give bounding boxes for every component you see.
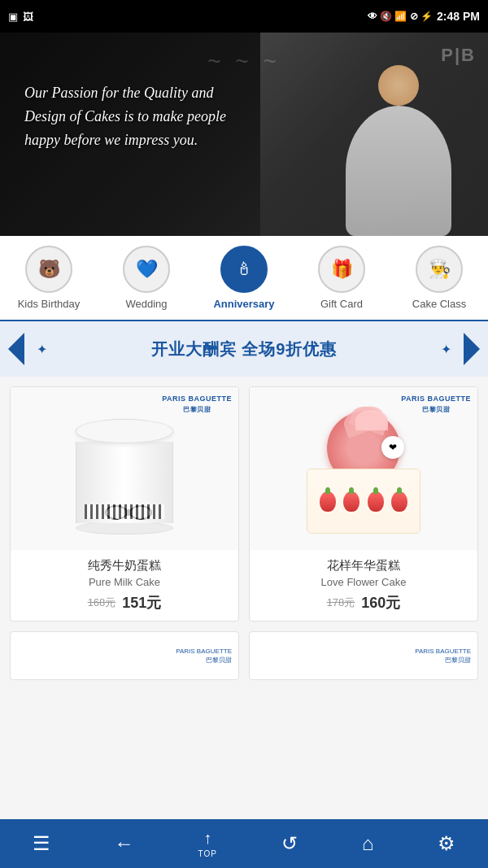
promo-deco-right: ✦ — [441, 342, 451, 357]
kids-birthday-label: Kids Birthday — [18, 298, 81, 310]
cake-class-label: Cake Class — [412, 298, 466, 310]
product-name-en-love-flower: Love Flower Cake — [258, 576, 469, 588]
price-original-love-flower: 178元 — [327, 595, 355, 610]
product-card-partial-2: PARIS BAGUETTE巴黎贝甜 — [249, 631, 478, 680]
hero-decoration: ~ ~ ~ — [207, 49, 281, 75]
promo-arrow-left — [8, 333, 24, 365]
cake-class-icon: 👨‍🍳 — [416, 246, 463, 293]
category-navigation: 🐻 Kids Birthday 💙 Wedding 🕯 Anniversary … — [0, 236, 488, 321]
top-label: TOP — [198, 849, 217, 858]
paris-logo-1: PARIS BAGUETTE巴黎贝甜 — [162, 394, 232, 414]
bottom-navigation: ☰ ← ↑ TOP ↺ ⌂ ⚙ — [0, 819, 488, 868]
wedding-icon: 💙 — [123, 246, 170, 293]
status-extra-icons: 👁 🔇 📶 ⊘ ⚡ — [368, 11, 433, 22]
refresh-icon: ↺ — [281, 832, 298, 855]
product-image-pure-milk: PARIS BAGUETTE巴黎贝甜 — [11, 387, 238, 550]
price-sale-love-flower: 160元 — [361, 593, 400, 613]
product-name-en-pure-milk: Pure Milk Cake — [19, 576, 230, 588]
product-name-cn-love-flower: 花样年华蛋糕 — [258, 558, 469, 574]
back-button[interactable]: ← — [115, 832, 134, 855]
kids-birthday-icon: 🐻 — [25, 246, 72, 293]
sidebar-item-wedding[interactable]: 💙 Wedding — [106, 246, 187, 310]
status-left-icons: ▣ 🖼 — [8, 11, 33, 23]
status-right: 👁 🔇 📶 ⊘ ⚡ 2:48 PM — [368, 10, 480, 23]
gift-card-icon: 🎁 — [318, 246, 365, 293]
sidebar-item-gift-card[interactable]: 🎁 Gift Card — [301, 246, 382, 310]
product-image-love-flower: PARIS BAGUETTE巴黎贝甜 ❤ — [250, 387, 477, 550]
hero-banner: P|B Our Passion for the Quality and Desi… — [0, 33, 488, 236]
back-icon: ← — [115, 832, 134, 855]
anniversary-label: Anniversary — [213, 298, 274, 310]
hero-quote: Our Passion for the Quality and Design o… — [24, 81, 252, 151]
promo-deco-left: ✦ — [37, 342, 47, 357]
app-icon-2: 🖼 — [23, 11, 33, 23]
app-icon-1: ▣ — [8, 11, 18, 23]
status-bar: ▣ 🖼 👁 🔇 📶 ⊘ ⚡ 2:48 PM — [0, 0, 488, 33]
price-sale-pure-milk: 151元 — [122, 593, 161, 613]
price-original-pure-milk: 168元 — [88, 595, 116, 610]
wedding-label: Wedding — [125, 298, 167, 310]
promo-banner: ✦ 开业大酬宾 全场9折优惠 ✦ — [0, 321, 488, 377]
product-price-love-flower: 178元 160元 — [258, 593, 469, 613]
sidebar-item-anniversary[interactable]: 🕯 Anniversary — [203, 246, 285, 310]
top-button[interactable]: ↑ TOP — [198, 829, 217, 858]
promo-arrow-right — [464, 333, 480, 365]
home-icon: ⌂ — [362, 832, 374, 855]
product-card-love-flower[interactable]: PARIS BAGUETTE巴黎贝甜 ❤ — [249, 386, 478, 622]
product-info-pure-milk: 纯秀牛奶蛋糕 Pure Milk Cake 168元 151元 — [11, 550, 238, 621]
product-price-pure-milk: 168元 151元 — [19, 593, 230, 613]
product-card-partial-1: PARIS BAGUETTE巴黎贝甜 — [10, 631, 239, 680]
sidebar-item-kids-birthday[interactable]: 🐻 Kids Birthday — [8, 246, 89, 310]
product-info-love-flower: 花样年华蛋糕 Love Flower Cake 178元 160元 — [250, 550, 477, 621]
menu-button[interactable]: ☰ — [33, 832, 50, 855]
promo-text: 开业大酬宾 全场9折优惠 — [51, 338, 437, 360]
anniversary-icon: 🕯 — [220, 246, 268, 293]
settings-icon: ⚙ — [438, 832, 455, 855]
menu-icon: ☰ — [33, 832, 50, 855]
settings-button[interactable]: ⚙ — [438, 832, 455, 855]
product-grid: PARIS BAGUETTE巴黎贝甜 — [0, 377, 488, 690]
product-card-pure-milk[interactable]: PARIS BAGUETTE巴黎贝甜 — [10, 386, 239, 622]
top-arrow-icon: ↑ — [203, 829, 211, 848]
sidebar-item-cake-class[interactable]: 👨‍🍳 Cake Class — [399, 246, 480, 310]
status-time: 2:48 PM — [437, 10, 480, 23]
gift-card-label: Gift Card — [320, 298, 363, 310]
home-button[interactable]: ⌂ — [362, 832, 374, 855]
product-name-cn-pure-milk: 纯秀牛奶蛋糕 — [19, 558, 230, 574]
refresh-button[interactable]: ↺ — [281, 832, 298, 855]
